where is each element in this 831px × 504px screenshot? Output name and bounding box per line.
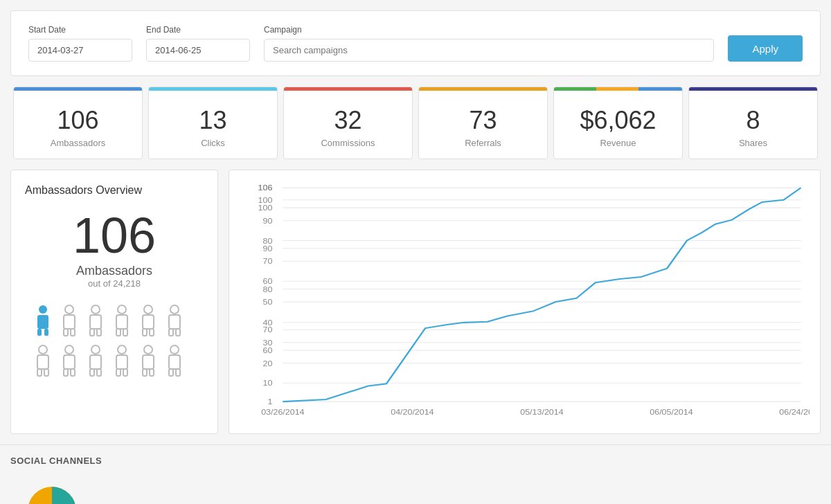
svg-point-12 bbox=[118, 305, 126, 314]
svg-rect-25 bbox=[37, 355, 48, 369]
svg-rect-42 bbox=[143, 369, 147, 376]
svg-rect-7 bbox=[71, 329, 75, 336]
svg-text:05/13/2014: 05/13/2014 bbox=[520, 408, 564, 416]
person-icon bbox=[84, 343, 107, 377]
svg-rect-47 bbox=[176, 369, 180, 376]
svg-rect-3 bbox=[44, 329, 48, 336]
person-icon bbox=[111, 343, 133, 377]
svg-rect-31 bbox=[71, 369, 75, 376]
stat-label-clicks: Clicks bbox=[159, 138, 267, 148]
person-row-top bbox=[32, 303, 186, 337]
overview-label: Ambassadors bbox=[25, 264, 204, 278]
svg-rect-21 bbox=[169, 315, 180, 329]
overview-sub-label: out of 24,218 bbox=[25, 278, 204, 289]
svg-text:40: 40 bbox=[263, 319, 273, 327]
svg-rect-6 bbox=[64, 329, 68, 336]
svg-text:90: 90 bbox=[263, 217, 273, 225]
svg-rect-1 bbox=[37, 315, 48, 329]
filter-bar: Start Date End Date Campaign Apply bbox=[10, 10, 821, 76]
svg-text:60: 60 bbox=[263, 278, 273, 285]
stat-card-ambassadors: 106 Ambassadors bbox=[13, 87, 143, 159]
svg-rect-23 bbox=[176, 329, 180, 336]
svg-rect-13 bbox=[116, 315, 127, 329]
svg-rect-41 bbox=[143, 355, 154, 369]
svg-point-24 bbox=[39, 345, 47, 354]
stat-value-revenue: $6,062 bbox=[564, 105, 672, 135]
svg-rect-38 bbox=[116, 369, 120, 376]
svg-rect-22 bbox=[169, 329, 173, 336]
svg-text:100: 100 bbox=[258, 204, 273, 212]
svg-text:30: 30 bbox=[263, 339, 273, 347]
svg-text:80: 80 bbox=[263, 237, 273, 245]
chart-panel: .grid-line { stroke: #e8e8e8; stroke-wid… bbox=[229, 170, 821, 434]
person-icon bbox=[137, 303, 159, 337]
svg-rect-45 bbox=[169, 355, 180, 369]
stat-card-referrals: 73 Referrals bbox=[418, 87, 548, 159]
svg-rect-46 bbox=[169, 369, 173, 376]
svg-point-32 bbox=[91, 345, 100, 354]
svg-text:60: 60 bbox=[263, 347, 273, 354]
social-pie-chart bbox=[10, 473, 93, 504]
svg-point-8 bbox=[91, 305, 100, 314]
svg-rect-14 bbox=[116, 329, 120, 336]
svg-rect-29 bbox=[64, 355, 75, 369]
stat-value-shares: 8 bbox=[699, 105, 807, 135]
ambassadors-panel: Ambassadors Overview 106 Ambassadors out… bbox=[10, 170, 218, 434]
highlighted-person-icon bbox=[32, 303, 54, 337]
stat-value-clicks: 13 bbox=[159, 105, 267, 135]
start-date-input[interactable] bbox=[28, 39, 132, 62]
person-icon bbox=[58, 343, 80, 377]
person-icon bbox=[137, 343, 159, 377]
stat-label-commissions: Commissions bbox=[294, 138, 402, 148]
person-icon bbox=[32, 343, 54, 377]
svg-point-4 bbox=[65, 305, 73, 314]
pie-area bbox=[10, 473, 821, 504]
svg-rect-26 bbox=[37, 369, 42, 376]
svg-text:04/20/2014: 04/20/2014 bbox=[391, 408, 434, 416]
svg-point-44 bbox=[170, 345, 179, 354]
stat-value-referrals: 73 bbox=[429, 105, 537, 135]
campaign-group: Campaign bbox=[264, 25, 714, 62]
line-chart: .grid-line { stroke: #e8e8e8; stroke-wid… bbox=[240, 181, 810, 423]
svg-rect-5 bbox=[64, 315, 75, 329]
end-date-input[interactable] bbox=[146, 39, 250, 62]
svg-rect-35 bbox=[97, 369, 101, 376]
social-section: SOCIAL CHANNELS bbox=[0, 444, 831, 504]
stat-label-shares: Shares bbox=[699, 138, 807, 148]
person-icon bbox=[163, 343, 186, 377]
stat-card-shares: 8 Shares bbox=[688, 87, 818, 159]
end-date-group: End Date bbox=[146, 25, 250, 62]
stat-card-revenue: $6,062 Revenue bbox=[553, 87, 683, 159]
person-icon bbox=[111, 303, 133, 337]
svg-text:90: 90 bbox=[263, 245, 273, 253]
svg-rect-18 bbox=[143, 329, 147, 336]
svg-rect-33 bbox=[90, 355, 101, 369]
svg-rect-27 bbox=[44, 369, 48, 376]
svg-rect-17 bbox=[143, 315, 154, 329]
end-date-label: End Date bbox=[146, 25, 250, 35]
campaign-search-input[interactable] bbox=[264, 39, 714, 62]
stat-card-commissions: 32 Commissions bbox=[283, 87, 413, 159]
social-title: SOCIAL CHANNELS bbox=[10, 456, 821, 466]
stats-row: 106 Ambassadors 13 Clicks 32 Commissions… bbox=[10, 87, 821, 159]
apply-button[interactable]: Apply bbox=[728, 35, 803, 62]
chart-area: .grid-line { stroke: #e8e8e8; stroke-wid… bbox=[240, 181, 810, 423]
svg-rect-30 bbox=[64, 369, 68, 376]
stat-value-commissions: 32 bbox=[294, 105, 402, 135]
person-icon bbox=[84, 303, 107, 337]
person-icon bbox=[163, 303, 186, 337]
stat-label-referrals: Referrals bbox=[429, 138, 537, 148]
svg-text:1: 1 bbox=[267, 398, 272, 406]
svg-point-28 bbox=[65, 345, 73, 354]
svg-rect-10 bbox=[90, 329, 94, 336]
svg-text:20: 20 bbox=[263, 360, 273, 368]
svg-text:06/24/2014: 06/24/2014 bbox=[779, 408, 810, 416]
person-icons bbox=[25, 303, 204, 377]
svg-text:10: 10 bbox=[263, 380, 273, 388]
svg-point-36 bbox=[118, 345, 126, 354]
svg-text:50: 50 bbox=[263, 298, 273, 306]
svg-rect-9 bbox=[90, 315, 101, 329]
svg-text:70: 70 bbox=[263, 326, 273, 334]
svg-text:106: 106 bbox=[258, 185, 273, 192]
start-date-label: Start Date bbox=[28, 25, 132, 35]
